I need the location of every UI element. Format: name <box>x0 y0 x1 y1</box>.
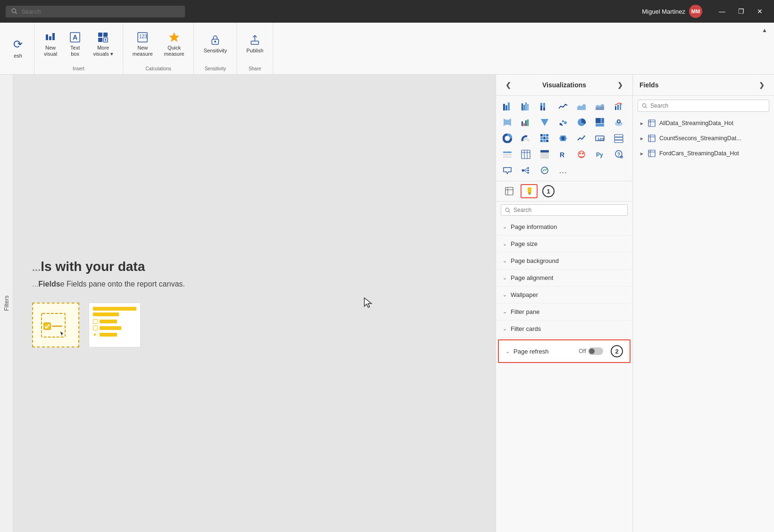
viz-decomp-tree[interactable] <box>518 163 533 178</box>
field-alldata[interactable]: ► AllData_StreamingData_Hot <box>633 116 774 131</box>
title-search-input[interactable] <box>21 8 179 15</box>
section-label: Page background <box>511 257 559 264</box>
viz-scatter[interactable] <box>555 115 571 130</box>
viz-python[interactable]: Py <box>592 147 607 162</box>
svg-point-109 <box>642 103 646 107</box>
ribbon-group-insert: Newvisual A Textbox Morevisuals ▾ <box>34 23 123 74</box>
viz-kpi[interactable] <box>574 131 589 146</box>
fields-search-input[interactable] <box>650 102 765 109</box>
svg-line-110 <box>646 107 647 108</box>
svg-rect-61 <box>543 134 546 136</box>
viz-matrix[interactable] <box>537 131 552 146</box>
viz-r-visual[interactable]: R <box>555 147 571 162</box>
close-button[interactable]: ✕ <box>751 3 768 20</box>
refresh-button[interactable]: ⟳ esh <box>7 35 29 62</box>
quick-measure-label: Quickmeasure <box>164 45 185 57</box>
viz-ai-insights[interactable] <box>574 147 589 162</box>
fields-search-box[interactable] <box>638 100 769 112</box>
viz-area[interactable] <box>574 99 589 114</box>
chevron-down-icon: ⌄ <box>503 292 507 298</box>
svg-text:123: 123 <box>597 137 604 141</box>
viz-panel-next-arrow[interactable]: ❯ <box>614 79 626 91</box>
quick-measure-button[interactable]: Quickmeasure <box>160 29 189 60</box>
filters-panel[interactable]: Filters <box>0 75 13 532</box>
svg-rect-63 <box>540 137 543 139</box>
viz-filled-map[interactable] <box>555 131 571 146</box>
ribbon-group-refresh: ⟳ esh <box>2 23 34 74</box>
section-page-background[interactable]: ⌄ Page background <box>496 253 632 270</box>
svg-point-50 <box>564 121 567 124</box>
ribbon-group-sensitivity: Sensitivity Sensitivity <box>194 23 237 74</box>
svg-marker-37 <box>577 104 586 110</box>
viz-pie[interactable] <box>574 115 589 130</box>
viz-stacked-bar[interactable] <box>500 99 515 114</box>
viz-map[interactable] <box>611 115 626 130</box>
sensitivity-button[interactable]: Sensitivity <box>199 32 232 57</box>
section-filter-pane[interactable]: ⌄ Filter pane <box>496 304 632 321</box>
publish-button[interactable]: Publish <box>242 32 268 57</box>
fields-panel-arrow[interactable]: ❯ <box>756 79 767 91</box>
chevron-down-icon: ⌄ <box>503 275 507 281</box>
viz-clustered-bar[interactable] <box>518 99 533 114</box>
text-box-button[interactable]: A Textbox <box>64 29 86 60</box>
svg-rect-117 <box>648 150 655 157</box>
viz-more[interactable]: … <box>555 163 571 178</box>
svg-point-96 <box>527 172 529 174</box>
avatar: MM <box>689 5 702 18</box>
publish-label: Publish <box>246 48 263 54</box>
section-page-information[interactable]: ⌄ Page information <box>496 219 632 236</box>
collapse-ribbon-button[interactable]: ▲ <box>759 25 770 36</box>
viz-donut[interactable] <box>500 131 515 146</box>
viz-slicer[interactable] <box>500 147 515 162</box>
viz-panel-prev-arrow[interactable]: ❮ <box>503 79 514 91</box>
section-page-refresh[interactable]: ⌄ Page refresh Off 2 <box>498 339 631 363</box>
viz-funnel[interactable] <box>537 115 552 130</box>
toggle-track[interactable] <box>588 347 603 355</box>
format-paint-icon <box>525 187 533 195</box>
viz-ribbon[interactable] <box>500 115 515 130</box>
viz-line[interactable] <box>555 99 571 114</box>
viz-smart-narrative[interactable] <box>500 163 515 178</box>
viz-search-box[interactable] <box>501 204 628 216</box>
format-paint-btn[interactable] <box>521 184 538 198</box>
section-filter-cards[interactable]: ⌄ Filter cards <box>496 321 632 338</box>
ribbon: ⟳ esh Newvisual A Textbox <box>0 23 774 75</box>
viz-metrics[interactable] <box>537 163 552 178</box>
fields-header: Fields ❯ <box>633 75 774 96</box>
minimize-button[interactable]: — <box>714 3 731 20</box>
page-refresh-toggle[interactable]: Off <box>579 347 603 355</box>
viz-matrix-2[interactable] <box>537 147 552 162</box>
field-fordcars[interactable]: ► FordCars_StreamingData_Hot <box>633 146 774 161</box>
text-box-icon: A <box>69 32 81 43</box>
viz-multirow-card[interactable] <box>611 131 626 146</box>
svg-rect-44 <box>523 123 525 126</box>
more-visuals-button[interactable]: Morevisuals ▾ <box>88 29 118 60</box>
field-count5secons[interactable]: ► Count5secons_StreamingDat... <box>633 131 774 146</box>
section-label: Filter pane <box>511 308 539 315</box>
illustration-box-1 <box>32 303 79 347</box>
restore-button[interactable]: ❐ <box>732 3 749 20</box>
svg-rect-2 <box>46 34 48 40</box>
table-icon-btn[interactable] <box>501 184 518 198</box>
section-page-alignment[interactable]: ⌄ Page alignment <box>496 270 632 287</box>
viz-table[interactable] <box>518 147 533 162</box>
svg-point-94 <box>527 167 529 169</box>
viz-qa[interactable]: ?Q <box>611 147 626 162</box>
viz-gauge[interactable] <box>518 131 533 146</box>
viz-100pct-bar[interactable] <box>537 99 552 114</box>
viz-stacked-area[interactable] <box>592 99 607 114</box>
svg-rect-77 <box>503 156 512 158</box>
viz-treemap[interactable] <box>592 115 607 130</box>
title-search-box[interactable] <box>6 6 185 17</box>
svg-line-99 <box>524 170 527 173</box>
section-wallpaper[interactable]: ⌄ Wallpaper <box>496 287 632 304</box>
new-visual-button[interactable]: Newvisual <box>39 29 62 60</box>
viz-line-clustered[interactable] <box>611 99 626 114</box>
new-measure-button[interactable]: 123 Newmeasure <box>128 29 158 60</box>
viz-card[interactable]: 123 <box>592 131 607 146</box>
svg-rect-9 <box>98 38 102 42</box>
section-page-size[interactable]: ⌄ Page size <box>496 236 632 253</box>
ribbon-collapse[interactable]: ▲ <box>757 23 772 74</box>
viz-search-input[interactable] <box>513 207 623 213</box>
viz-waterfall[interactable] <box>518 115 533 130</box>
